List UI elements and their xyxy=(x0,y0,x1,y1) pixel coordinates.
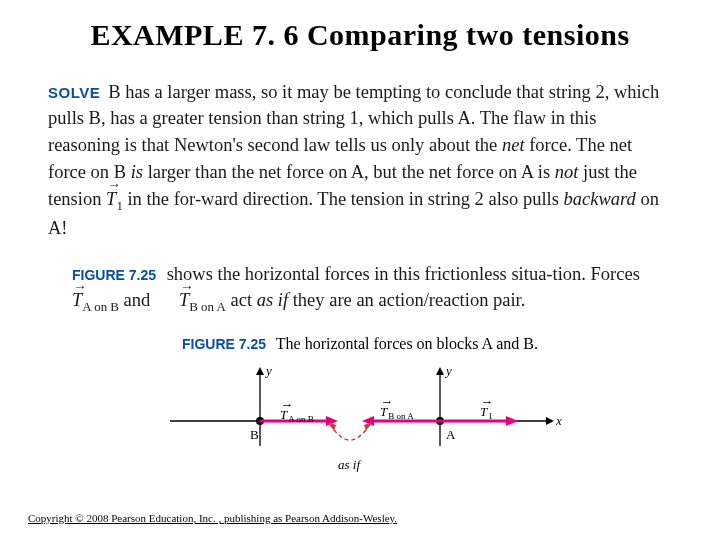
svg-marker-10 xyxy=(546,417,554,425)
vector-TAonB: TA on B xyxy=(48,287,119,316)
caption-text: The horizontal forces on blocks A and B. xyxy=(276,335,538,352)
svg-marker-2 xyxy=(256,367,264,375)
emphasis-not: not xyxy=(555,162,579,182)
text-run: they are an action/reaction pair. xyxy=(288,290,525,310)
emphasis-backward: backward xyxy=(563,189,635,209)
emphasis-asif: as if xyxy=(257,290,288,310)
page-title: EXAMPLE 7. 6 Comparing two tensions xyxy=(0,0,720,60)
label-asif: as if xyxy=(338,457,362,472)
subscript-BonA: B on A xyxy=(189,299,226,314)
text-run: shows the horizontal forces in this fric… xyxy=(162,264,640,284)
svg-text:TA on B: TA on B xyxy=(280,407,314,424)
axis-y-right: y xyxy=(444,363,452,378)
label-A: A xyxy=(446,427,456,442)
emphasis-net: net xyxy=(502,135,525,155)
figure-label-caption: FIGURE 7.25 xyxy=(182,336,266,352)
axis-x: x xyxy=(555,413,562,428)
vector-T1: T1 xyxy=(106,186,123,215)
text-run: larger than the net force on A, but the … xyxy=(143,162,555,182)
vector-TBonA: TB on A xyxy=(155,287,226,316)
svg-marker-8 xyxy=(436,367,444,375)
figure-diagram: y B → TA on B y x A → T1 → TB on A as i xyxy=(0,361,720,481)
copyright-line: Copyright © 2008 Pearson Education, Inc.… xyxy=(28,512,397,524)
svg-marker-13 xyxy=(506,416,518,426)
paragraph-1: SOLVEB has a larger mass, so it may be t… xyxy=(48,79,672,243)
subscript-1: 1 xyxy=(116,197,122,212)
axis-y-left: y xyxy=(264,363,272,378)
svg-text:TB on A: TB on A xyxy=(380,404,414,421)
text-run: in the for-ward direction. The tension i… xyxy=(123,189,564,209)
emphasis-is: is xyxy=(131,162,143,182)
force-diagram-svg: y B → TA on B y x A → T1 → TB on A as i xyxy=(150,361,570,481)
text-run: act xyxy=(226,290,257,310)
figure-caption: FIGURE 7.25 The horizontal forces on blo… xyxy=(0,335,720,353)
solve-label: SOLVE xyxy=(48,84,100,101)
text-run: and xyxy=(119,290,155,310)
body-text-block: SOLVEB has a larger mass, so it may be t… xyxy=(0,79,720,317)
subscript-AonB: A on B xyxy=(82,299,119,314)
paragraph-2: FIGURE 7.25 shows the horizontal forces … xyxy=(48,261,672,317)
label-B: B xyxy=(250,427,259,442)
